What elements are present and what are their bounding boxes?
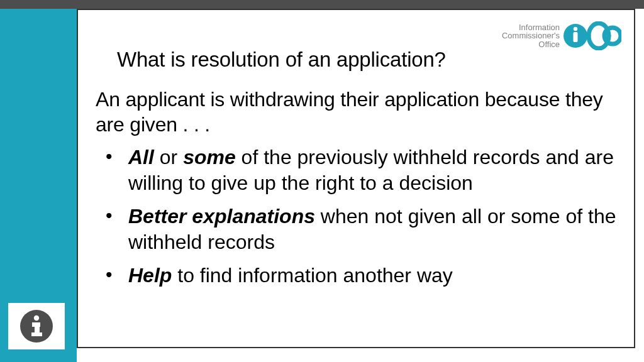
logo-line-2: Commissioner's bbox=[502, 31, 560, 40]
bullet-mid: or bbox=[154, 146, 183, 168]
slide-card: Information Commissioner's Office What i… bbox=[77, 9, 635, 348]
bullet-rest: to find information another way bbox=[172, 264, 452, 287]
svg-point-5 bbox=[34, 315, 39, 321]
list-item: Help to find information another way bbox=[96, 263, 616, 288]
logo-line-1: Information bbox=[502, 23, 560, 32]
lead-text: An applicant is withdrawing their applic… bbox=[96, 87, 616, 137]
logo-line-3: Office bbox=[502, 40, 560, 49]
info-icon bbox=[8, 303, 65, 349]
bullet-bold: some bbox=[183, 146, 236, 168]
svg-rect-8 bbox=[31, 332, 42, 336]
svg-rect-2 bbox=[574, 32, 578, 42]
logo-text: Information Commissioner's Office bbox=[502, 23, 560, 49]
svg-point-1 bbox=[574, 27, 577, 31]
bullet-bold: Help bbox=[128, 264, 172, 287]
bullet-bold: All bbox=[128, 146, 154, 168]
top-bar bbox=[0, 0, 644, 9]
slide-title: What is resolution of an application? bbox=[117, 48, 616, 72]
list-item: Better explanations when not given all o… bbox=[96, 204, 616, 255]
logo-glyph bbox=[564, 21, 621, 50]
list-item: All or some of the previously withheld r… bbox=[96, 145, 616, 196]
ico-logo: Information Commissioner's Office bbox=[502, 21, 621, 50]
bullet-list: All or some of the previously withheld r… bbox=[96, 145, 616, 288]
bullet-bold: Better explanations bbox=[128, 205, 315, 228]
